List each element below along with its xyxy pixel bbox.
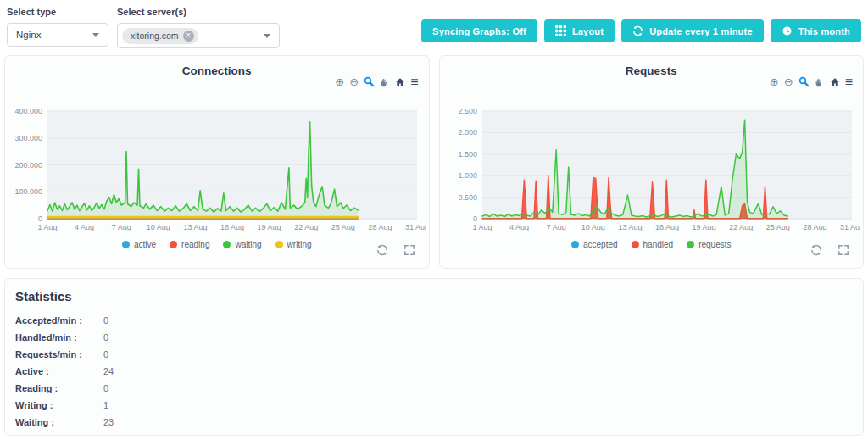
stat-value: 24	[103, 366, 114, 376]
legend-item-reading[interactable]: reading	[170, 240, 209, 249]
svg-text:7 Aug: 7 Aug	[546, 223, 565, 231]
svg-text:13 Aug: 13 Aug	[183, 223, 207, 231]
pan-icon[interactable]	[380, 77, 390, 87]
statistics-card: Statistics Accepted/min :0Handled/min :0…	[4, 278, 864, 436]
connections-plot-area[interactable]: 0100.000200.000300.000400.0001 Aug4 Aug7…	[8, 106, 426, 233]
svg-text:19 Aug: 19 Aug	[258, 223, 281, 231]
home-icon[interactable]	[830, 77, 840, 87]
home-icon[interactable]	[395, 77, 405, 87]
stat-row: Waiting :23	[15, 414, 853, 431]
server-filter-label: Select server(s)	[117, 7, 280, 17]
update-interval-button[interactable]: Update every 1 minute	[621, 19, 764, 42]
svg-text:25 Aug: 25 Aug	[331, 223, 355, 231]
stat-label: Handled/min :	[15, 332, 103, 343]
svg-text:19 Aug: 19 Aug	[692, 223, 715, 231]
legend-label: reading	[181, 240, 209, 249]
expand-chart-icon[interactable]	[837, 244, 849, 259]
legend-item-active[interactable]: active	[122, 240, 156, 249]
server-select[interactable]: xitoring.com ×	[117, 23, 280, 48]
svg-text:4 Aug: 4 Aug	[509, 223, 529, 231]
svg-text:4 Aug: 4 Aug	[75, 223, 94, 231]
svg-text:2.000: 2.000	[458, 128, 477, 136]
svg-text:31 Aug: 31 Aug	[405, 223, 426, 231]
stat-value: 0	[103, 349, 108, 359]
svg-text:7 Aug: 7 Aug	[112, 223, 131, 231]
menu-icon[interactable]: ≡	[845, 76, 853, 87]
connections-chart[interactable]: 0100.000200.000300.000400.0001 Aug4 Aug7…	[8, 106, 429, 233]
period-button[interactable]: This month	[771, 19, 861, 42]
period-label: This month	[798, 26, 850, 36]
stat-label: Accepted/min :	[15, 315, 103, 326]
sync-icon	[632, 25, 643, 36]
requests-plot-area[interactable]: 00.5001.0001.5002.0002.5001 Aug4 Aug7 Au…	[443, 106, 860, 233]
svg-text:28 Aug: 28 Aug	[803, 223, 826, 231]
requests-chart[interactable]: 00.5001.0001.5002.0002.5001 Aug4 Aug7 Au…	[443, 106, 864, 233]
chart-card-footer	[376, 244, 415, 259]
remove-server-icon[interactable]: ×	[183, 31, 194, 42]
type-select[interactable]: Nginx	[7, 23, 108, 47]
legend-item-waiting[interactable]: waiting	[223, 240, 261, 249]
server-tag: xitoring.com ×	[122, 28, 198, 44]
refresh-chart-icon[interactable]	[376, 244, 388, 259]
svg-text:0: 0	[472, 214, 476, 223]
zoom-out-icon[interactable]: ⊖	[784, 76, 793, 87]
svg-text:100.000: 100.000	[14, 187, 42, 196]
pan-icon[interactable]	[815, 77, 825, 87]
grid-icon	[555, 25, 566, 36]
menu-icon[interactable]: ≡	[410, 76, 418, 87]
svg-text:31 Aug: 31 Aug	[839, 223, 860, 231]
svg-text:25 Aug: 25 Aug	[765, 223, 789, 231]
stat-row: Reading :0	[15, 380, 853, 397]
selection-zoom-icon[interactable]	[798, 76, 810, 87]
legend-item-handled[interactable]: handled	[632, 240, 674, 249]
refresh-chart-icon[interactable]	[810, 244, 822, 259]
selection-zoom-icon[interactable]	[364, 76, 375, 87]
stat-row: Active :24	[15, 363, 853, 380]
stat-row: Requests/min :0	[15, 346, 853, 363]
stat-row: Accepted/min :0	[15, 312, 853, 329]
chart-modebar: ⊕ ⊖ ≡	[770, 76, 853, 87]
svg-text:13 Aug: 13 Aug	[618, 223, 642, 231]
svg-text:28 Aug: 28 Aug	[368, 223, 392, 231]
server-tag-label: xitoring.com	[131, 31, 179, 41]
chevron-down-icon	[264, 34, 270, 38]
svg-text:1.500: 1.500	[458, 150, 477, 159]
svg-text:16 Aug: 16 Aug	[654, 223, 678, 231]
legend-label: active	[134, 240, 156, 249]
type-select-value: Nginx	[16, 30, 41, 40]
layout-button[interactable]: Layout	[544, 19, 615, 42]
zoom-in-icon[interactable]: ⊕	[335, 76, 344, 87]
expand-chart-icon[interactable]	[403, 244, 415, 259]
stat-value: 1	[103, 400, 108, 410]
zoom-in-icon[interactable]: ⊕	[770, 76, 779, 87]
stat-value: 0	[103, 315, 108, 326]
stat-label: Writing :	[15, 400, 103, 410]
svg-text:22 Aug: 22 Aug	[729, 223, 753, 231]
zoom-out-icon[interactable]: ⊖	[349, 76, 359, 87]
svg-text:0: 0	[38, 214, 42, 223]
statistics-title: Statistics	[15, 289, 853, 304]
chart-legend: activereadingwaitingwriting	[5, 240, 429, 249]
syncing-graphs-button[interactable]: Syncing Graphs: Off	[421, 19, 537, 42]
svg-text:2.500: 2.500	[458, 107, 477, 115]
clock-icon	[782, 25, 793, 36]
legend-dot-icon	[632, 241, 639, 248]
svg-text:0.500: 0.500	[458, 193, 477, 202]
type-filter: Select type Nginx	[7, 5, 108, 47]
stat-row: Handled/min :0	[15, 329, 853, 346]
legend-label: handled	[643, 240, 674, 249]
layout-label: Layout	[572, 26, 604, 36]
connections-card: Connections ⊕ ⊖ ≡ 0100.000200.000300.000…	[4, 55, 430, 269]
legend-dot-icon	[687, 241, 694, 248]
legend-item-accepted[interactable]: accepted	[571, 240, 618, 249]
legend-label: waiting	[235, 240, 261, 249]
legend-dot-icon	[275, 241, 283, 248]
legend-item-requests[interactable]: requests	[687, 240, 731, 249]
svg-text:200.000: 200.000	[14, 161, 42, 170]
legend-dot-icon	[223, 241, 231, 248]
svg-text:300.000: 300.000	[14, 134, 42, 142]
svg-text:16 Aug: 16 Aug	[220, 223, 244, 231]
svg-text:1.000: 1.000	[458, 171, 477, 180]
server-filter: Select server(s) xitoring.com ×	[117, 5, 280, 48]
legend-item-writing[interactable]: writing	[275, 240, 312, 249]
